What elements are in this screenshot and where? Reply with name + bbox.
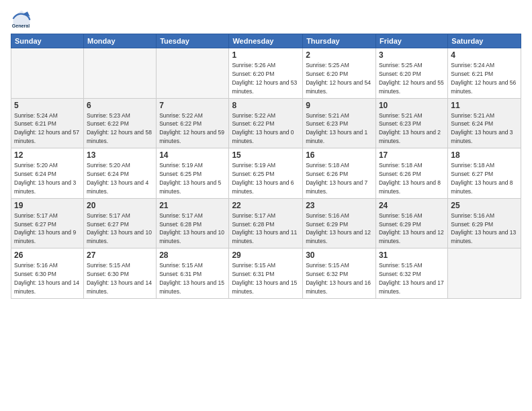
day-number: 9 xyxy=(306,101,373,110)
day-info: Sunrise: 5:18 AMSunset: 6:26 PMDaylight:… xyxy=(306,162,367,195)
day-cell: 27 Sunrise: 5:15 AMSunset: 6:30 PMDaylig… xyxy=(83,248,156,299)
day-info: Sunrise: 5:17 AMSunset: 6:27 PMDaylight:… xyxy=(14,212,76,245)
day-info: Sunrise: 5:15 AMSunset: 6:32 PMDaylight:… xyxy=(306,262,371,295)
logo: General xyxy=(11,8,35,30)
day-number: 1 xyxy=(232,50,300,60)
day-cell xyxy=(157,48,229,99)
day-cell: 24 Sunrise: 5:16 AMSunset: 6:29 PMDaylig… xyxy=(375,198,447,248)
day-info: Sunrise: 5:24 AMSunset: 6:21 PMDaylight:… xyxy=(451,62,516,95)
day-cell: 10 Sunrise: 5:21 AMSunset: 6:23 PMDaylig… xyxy=(375,98,447,148)
day-cell xyxy=(448,248,521,299)
day-cell: 6 Sunrise: 5:23 AMSunset: 6:22 PMDayligh… xyxy=(83,98,156,148)
day-cell: 8 Sunrise: 5:22 AMSunset: 6:22 PMDayligh… xyxy=(229,98,303,148)
day-cell: 31 Sunrise: 5:15 AMSunset: 6:32 PMDaylig… xyxy=(375,248,447,299)
day-number: 14 xyxy=(159,150,226,160)
day-info: Sunrise: 5:16 AMSunset: 6:29 PMDaylight:… xyxy=(306,212,371,245)
day-info: Sunrise: 5:19 AMSunset: 6:25 PMDaylight:… xyxy=(159,162,221,195)
day-info: Sunrise: 5:17 AMSunset: 6:28 PMDaylight:… xyxy=(232,212,297,245)
day-number: 24 xyxy=(379,201,445,210)
day-cell: 9 Sunrise: 5:21 AMSunset: 6:23 PMDayligh… xyxy=(303,98,376,148)
day-cell: 30 Sunrise: 5:15 AMSunset: 6:32 PMDaylig… xyxy=(303,248,376,299)
day-cell: 14 Sunrise: 5:19 AMSunset: 6:25 PMDaylig… xyxy=(157,148,229,199)
day-cell: 17 Sunrise: 5:18 AMSunset: 6:26 PMDaylig… xyxy=(375,148,447,199)
day-number: 21 xyxy=(159,201,226,210)
day-info: Sunrise: 5:25 AMSunset: 6:20 PMDaylight:… xyxy=(306,62,371,95)
day-number: 23 xyxy=(306,201,373,210)
day-cell: 7 Sunrise: 5:22 AMSunset: 6:22 PMDayligh… xyxy=(157,98,229,148)
day-info: Sunrise: 5:16 AMSunset: 6:30 PMDaylight:… xyxy=(14,262,79,295)
day-info: Sunrise: 5:18 AMSunset: 6:26 PMDaylight:… xyxy=(379,162,441,195)
week-row-3: 12 Sunrise: 5:20 AMSunset: 6:24 PMDaylig… xyxy=(11,148,521,199)
week-row-1: 1 Sunrise: 5:26 AMSunset: 6:20 PMDayligh… xyxy=(11,48,521,99)
day-number: 11 xyxy=(451,101,518,110)
day-cell: 23 Sunrise: 5:16 AMSunset: 6:29 PMDaylig… xyxy=(303,198,376,248)
day-cell: 15 Sunrise: 5:19 AMSunset: 6:25 PMDaylig… xyxy=(229,148,303,199)
day-cell: 12 Sunrise: 5:20 AMSunset: 6:24 PMDaylig… xyxy=(11,148,84,199)
day-info: Sunrise: 5:17 AMSunset: 6:27 PMDaylight:… xyxy=(87,212,152,245)
day-cell: 5 Sunrise: 5:24 AMSunset: 6:21 PMDayligh… xyxy=(11,98,84,148)
day-cell: 13 Sunrise: 5:20 AMSunset: 6:24 PMDaylig… xyxy=(83,148,156,199)
day-number: 8 xyxy=(232,101,300,110)
day-info: Sunrise: 5:20 AMSunset: 6:24 PMDaylight:… xyxy=(14,162,76,195)
day-number: 7 xyxy=(159,101,226,110)
calendar-table: SundayMondayTuesdayWednesdayThursdayFrid… xyxy=(11,34,521,299)
day-info: Sunrise: 5:22 AMSunset: 6:22 PMDaylight:… xyxy=(159,112,224,145)
svg-text:General: General xyxy=(12,24,30,29)
day-info: Sunrise: 5:26 AMSunset: 6:20 PMDaylight:… xyxy=(232,62,297,95)
day-number: 15 xyxy=(232,150,300,160)
day-info: Sunrise: 5:22 AMSunset: 6:22 PMDaylight:… xyxy=(232,112,294,145)
day-number: 28 xyxy=(159,250,226,260)
day-cell: 4 Sunrise: 5:24 AMSunset: 6:21 PMDayligh… xyxy=(448,48,521,99)
day-info: Sunrise: 5:21 AMSunset: 6:23 PMDaylight:… xyxy=(306,112,367,145)
day-cell: 1 Sunrise: 5:26 AMSunset: 6:20 PMDayligh… xyxy=(229,48,303,99)
week-row-2: 5 Sunrise: 5:24 AMSunset: 6:21 PMDayligh… xyxy=(11,98,521,148)
day-info: Sunrise: 5:15 AMSunset: 6:30 PMDaylight:… xyxy=(87,262,152,295)
day-info: Sunrise: 5:16 AMSunset: 6:29 PMDaylight:… xyxy=(379,212,444,245)
day-number: 27 xyxy=(87,250,153,260)
day-cell: 2 Sunrise: 5:25 AMSunset: 6:20 PMDayligh… xyxy=(303,48,376,99)
day-number: 29 xyxy=(232,250,300,260)
header-saturday: Saturday xyxy=(448,34,521,48)
day-cell: 29 Sunrise: 5:15 AMSunset: 6:31 PMDaylig… xyxy=(229,248,303,299)
header-sunday: Sunday xyxy=(11,34,84,48)
day-info: Sunrise: 5:21 AMSunset: 6:24 PMDaylight:… xyxy=(451,112,513,145)
day-number: 18 xyxy=(451,150,518,160)
day-info: Sunrise: 5:23 AMSunset: 6:22 PMDaylight:… xyxy=(87,112,152,145)
day-cell: 18 Sunrise: 5:18 AMSunset: 6:27 PMDaylig… xyxy=(448,148,521,199)
day-cell: 25 Sunrise: 5:16 AMSunset: 6:29 PMDaylig… xyxy=(448,198,521,248)
day-info: Sunrise: 5:20 AMSunset: 6:24 PMDaylight:… xyxy=(87,162,148,195)
calendar-header-row: SundayMondayTuesdayWednesdayThursdayFrid… xyxy=(11,34,521,48)
day-number: 12 xyxy=(14,150,81,160)
day-info: Sunrise: 5:19 AMSunset: 6:25 PMDaylight:… xyxy=(232,162,294,195)
week-row-5: 26 Sunrise: 5:16 AMSunset: 6:30 PMDaylig… xyxy=(11,248,521,299)
day-cell: 22 Sunrise: 5:17 AMSunset: 6:28 PMDaylig… xyxy=(229,198,303,248)
day-info: Sunrise: 5:16 AMSunset: 6:29 PMDaylight:… xyxy=(451,212,516,245)
day-number: 22 xyxy=(232,201,300,210)
day-number: 30 xyxy=(306,250,373,260)
day-cell xyxy=(83,48,156,99)
day-number: 20 xyxy=(87,201,153,210)
day-number: 17 xyxy=(379,150,445,160)
day-number: 4 xyxy=(451,50,518,60)
day-cell: 20 Sunrise: 5:17 AMSunset: 6:27 PMDaylig… xyxy=(83,198,156,248)
header-wednesday: Wednesday xyxy=(229,34,303,48)
day-cell: 11 Sunrise: 5:21 AMSunset: 6:24 PMDaylig… xyxy=(448,98,521,148)
day-number: 2 xyxy=(306,50,373,60)
day-number: 3 xyxy=(379,50,445,60)
day-number: 5 xyxy=(14,101,81,110)
week-row-4: 19 Sunrise: 5:17 AMSunset: 6:27 PMDaylig… xyxy=(11,198,521,248)
day-cell: 19 Sunrise: 5:17 AMSunset: 6:27 PMDaylig… xyxy=(11,198,84,248)
day-info: Sunrise: 5:21 AMSunset: 6:23 PMDaylight:… xyxy=(379,112,441,145)
header-thursday: Thursday xyxy=(303,34,376,48)
day-number: 13 xyxy=(87,150,153,160)
day-number: 25 xyxy=(451,201,518,210)
day-number: 16 xyxy=(306,150,373,160)
header-friday: Friday xyxy=(375,34,447,48)
header-tuesday: Tuesday xyxy=(157,34,229,48)
day-number: 31 xyxy=(379,250,445,260)
page: General SundayMondayTuesdayWednesdayThur… xyxy=(0,0,532,411)
day-info: Sunrise: 5:15 AMSunset: 6:31 PMDaylight:… xyxy=(159,262,224,295)
header-monday: Monday xyxy=(83,34,156,48)
day-info: Sunrise: 5:17 AMSunset: 6:28 PMDaylight:… xyxy=(159,212,224,245)
day-info: Sunrise: 5:15 AMSunset: 6:31 PMDaylight:… xyxy=(232,262,297,295)
